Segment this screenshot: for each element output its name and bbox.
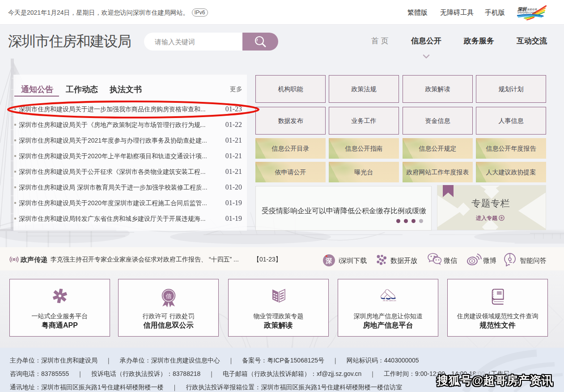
svg-text:政府在线: 政府在线 bbox=[527, 8, 538, 11]
svg-text:zjj.sz.gov.cn: zjj.sz.gov.cn bbox=[383, 299, 396, 302]
svg-text:信: 信 bbox=[165, 293, 172, 299]
svg-text:SHENZHEN CHINA: SHENZHEN CHINA bbox=[517, 12, 536, 14]
svg-text:深: 深 bbox=[325, 257, 332, 264]
svg-text:深圳: 深圳 bbox=[517, 7, 527, 12]
